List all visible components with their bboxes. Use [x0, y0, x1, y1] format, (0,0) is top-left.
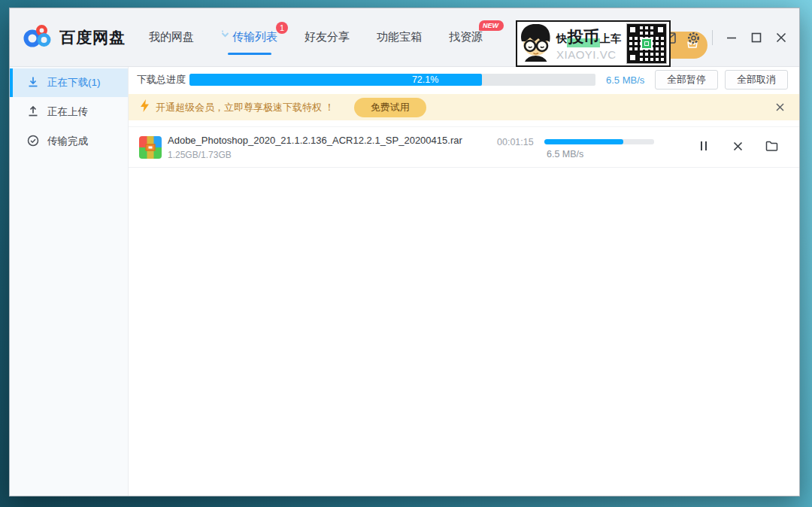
download-list-item[interactable]: Adobe_Photoshop_2020_21.1.2.136_ACR12.2.…: [129, 126, 799, 168]
app-window: 百度网盘 我的网盘 传输列表 1 好友分享 功能宝箱 找资源 N: [9, 8, 800, 496]
sidebar: 正在下载(1) 正在上传 传输完成: [10, 67, 129, 496]
total-progress-bar: 72.1%: [189, 74, 595, 86]
free-trial-button[interactable]: 免费试用: [354, 98, 426, 117]
total-progress-label: 下载总进度: [137, 73, 186, 87]
watermark-text-highlight: 投币: [567, 26, 600, 47]
cancel-all-button[interactable]: 全部取消: [725, 70, 788, 90]
tab-my-drive[interactable]: 我的网盘: [149, 8, 194, 66]
item-download-speed: 6.5 MB/s: [547, 149, 583, 159]
pause-all-button[interactable]: 全部暂停: [655, 70, 718, 90]
transfer-count-badge: 1: [276, 22, 288, 34]
time-remaining: 00:01:15: [497, 137, 534, 147]
file-size-progress: 1.25GB/1.73GB: [168, 150, 232, 160]
check-circle-icon: [27, 135, 39, 149]
tab-toolbox[interactable]: 功能宝箱: [377, 8, 422, 66]
close-window-icon[interactable]: [774, 30, 789, 45]
item-progress-fill: [544, 139, 623, 144]
watermark-site-url: XIAOYI.VC: [556, 48, 626, 61]
tab-friend-share[interactable]: 好友分享: [304, 8, 350, 66]
watermark-text-suffix: 上车: [600, 32, 621, 46]
watermark-text-prefix: 快: [556, 32, 567, 46]
rar-archive-icon: [139, 136, 162, 159]
qr-code: [626, 23, 667, 64]
watermark-text: 快 投币 上车 XIAOYI.VC: [555, 26, 626, 61]
lightning-icon: [140, 99, 150, 115]
transfer-activity-icon: [221, 28, 229, 41]
titlebar-controls: [661, 8, 799, 67]
total-download-speed: 6.5 MB/s: [606, 74, 644, 86]
app-title: 百度网盘: [59, 27, 126, 48]
item-progress-bar: [544, 139, 654, 144]
sidebar-item-downloading[interactable]: 正在下载(1): [10, 68, 128, 97]
cancel-item-icon[interactable]: [731, 139, 744, 153]
file-name: Adobe_Photoshop_2020_21.1.2.136_ACR12.2.…: [168, 135, 462, 146]
minimize-icon[interactable]: [724, 30, 739, 45]
vip-promo-banner: 开通超级会员，立即尊享极速下载特权 ！ 免费试用: [129, 94, 799, 120]
main-nav: 我的网盘 传输列表 1 好友分享 功能宝箱 找资源 NEW: [149, 8, 483, 66]
banner-text: 开通超级会员，立即尊享极速下载特权 ！: [156, 101, 335, 114]
titlebar: 百度网盘 我的网盘 传输列表 1 好友分享 功能宝箱 找资源 N: [10, 8, 799, 67]
tab-transfer-list[interactable]: 传输列表 1: [221, 8, 277, 66]
tab-find-resources[interactable]: 找资源 NEW: [449, 8, 483, 66]
item-actions: [697, 139, 778, 153]
active-tab-underline: [228, 53, 271, 55]
upload-icon: [27, 105, 39, 120]
total-progress-row: 下载总进度 72.1% 6.5 MB/s 全部暂停 全部取消: [129, 67, 799, 93]
open-folder-icon[interactable]: [765, 139, 778, 153]
banner-close-icon[interactable]: [774, 101, 786, 113]
total-progress-fill: 72.1%: [189, 74, 482, 86]
main-content: 下载总进度 72.1% 6.5 MB/s 全部暂停 全部取消 开通超级会员，立即…: [129, 67, 799, 496]
sidebar-item-uploading[interactable]: 正在上传: [10, 98, 128, 126]
watermark-overlay: 快 投币 上车 XIAOYI.VC: [516, 20, 671, 67]
watermark-avatar: [517, 22, 555, 65]
pause-item-icon[interactable]: [697, 139, 710, 153]
titlebar-divider: [712, 30, 713, 45]
total-progress-percent: 72.1%: [412, 74, 438, 85]
maximize-icon[interactable]: [749, 30, 764, 45]
new-badge: NEW: [479, 20, 504, 31]
app-logo: 百度网盘: [10, 24, 149, 51]
settings-gear-icon[interactable]: [686, 30, 701, 45]
sidebar-item-completed[interactable]: 传输完成: [10, 127, 128, 156]
baidu-netdisk-logo-icon: [23, 24, 52, 51]
download-icon: [27, 76, 39, 90]
